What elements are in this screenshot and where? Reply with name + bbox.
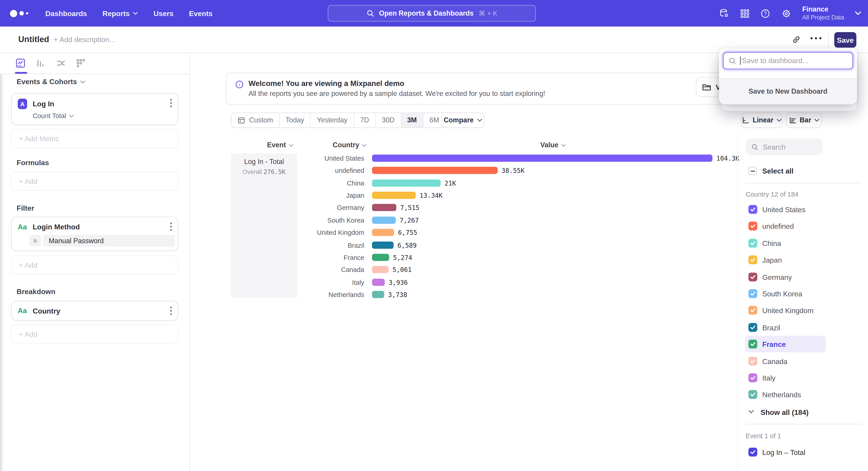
event-legend-checkbox[interactable] (748, 448, 757, 457)
country-legend-label[interactable]: Italy (762, 374, 775, 382)
column-header-value[interactable]: Value (540, 141, 565, 149)
data-management-icon[interactable] (719, 8, 730, 19)
help-icon[interactable]: ? (760, 8, 771, 19)
chevron-down-icon[interactable] (855, 11, 861, 16)
column-header-country[interactable]: Country (333, 141, 366, 149)
report-title[interactable]: Untitled (18, 34, 49, 44)
bar-united-kingdom[interactable] (372, 229, 394, 236)
breakdown-card-country[interactable]: Aa Country (11, 301, 178, 321)
add-breakdown-button[interactable]: + Add (11, 325, 178, 344)
mixpanel-logo-icon[interactable] (10, 10, 33, 17)
bar-japan[interactable] (372, 192, 416, 199)
range-yesterday[interactable]: Yesterday (311, 113, 354, 127)
tab-retention-icon[interactable] (76, 58, 86, 68)
country-legend-label[interactable]: Japan (762, 256, 782, 264)
country-legend-label[interactable]: Brazil (762, 324, 780, 332)
save-button[interactable]: Save (834, 32, 857, 48)
add-description-field[interactable]: + Add description... (54, 35, 115, 44)
save-dashboard-search-input[interactable]: Save to dashboard... (723, 52, 853, 69)
country-checkbox-united-kingdom[interactable] (748, 306, 757, 315)
country-legend-label[interactable]: France (762, 340, 786, 349)
add-filter-button[interactable]: + Add (11, 256, 178, 274)
bar-china[interactable] (372, 179, 441, 187)
tab-funnels-icon[interactable] (35, 58, 45, 68)
country-legend-label[interactable]: Canada (762, 357, 787, 366)
column-header-event[interactable]: Event (252, 141, 308, 149)
apps-grid-icon[interactable] (740, 8, 750, 18)
scale-dropdown[interactable]: Linear (741, 112, 782, 128)
add-metric-button[interactable]: + Add Metric (11, 129, 178, 148)
segment-search-input[interactable]: Search (746, 139, 823, 155)
country-checkbox-france[interactable] (748, 340, 757, 348)
global-search-button[interactable]: Open Reports & Dashboards ⌘ + K (328, 5, 536, 22)
bar-netherlands[interactable] (372, 291, 384, 298)
nav-item-events[interactable]: Events (189, 9, 213, 18)
kebab-menu-icon[interactable] (170, 306, 172, 315)
events-cohorts-header[interactable]: Events & Cohorts (17, 78, 85, 86)
compare-dropdown[interactable]: Compare (441, 112, 485, 128)
country-legend-label[interactable]: Germany (762, 273, 792, 282)
country-legend-label[interactable]: United Kingdom (762, 306, 813, 315)
tab-insights-icon[interactable] (16, 58, 26, 68)
compare-label: Compare (444, 116, 474, 124)
check-icon (750, 358, 755, 364)
event-count-label: Event 1 of 1 (746, 432, 781, 440)
country-checkbox-netherlands[interactable] (748, 390, 757, 399)
add-formula-button[interactable]: + Add (11, 172, 178, 190)
chart-type-dropdown[interactable]: Bar (786, 112, 822, 128)
country-legend-label[interactable]: Netherlands (762, 391, 801, 399)
filter-value-dropdown[interactable]: Manual Password (43, 235, 175, 246)
kebab-menu-icon[interactable] (170, 222, 172, 231)
range-custom[interactable]: Custom (231, 113, 280, 127)
kebab-menu-icon[interactable] (170, 99, 172, 108)
range-3m[interactable]: 3M (401, 113, 423, 127)
country-checkbox-united-states[interactable] (748, 205, 757, 214)
bar-france[interactable] (372, 254, 389, 261)
country-legend-label[interactable]: South Korea (762, 290, 802, 298)
project-switcher[interactable]: Finance All Project Data (802, 5, 844, 21)
country-legend-label[interactable]: United States (762, 206, 805, 214)
country-checkbox-italy[interactable] (748, 374, 757, 382)
bar-south-korea[interactable] (372, 217, 396, 224)
breakdown-property-name[interactable]: Country (33, 307, 60, 315)
bar-united-states[interactable] (372, 154, 712, 162)
save-to-new-dashboard-button[interactable]: Save to New Dashboard (719, 78, 857, 104)
chevron-down-icon[interactable] (748, 410, 754, 413)
country-checkbox-south-korea[interactable] (748, 289, 757, 298)
copy-link-icon[interactable] (792, 35, 801, 45)
nav-item-reports[interactable]: Reports (102, 9, 138, 18)
range-30d[interactable]: 30D (376, 113, 401, 127)
metric-aggregation-dropdown[interactable]: Count Total (33, 112, 73, 120)
country-checkbox-canada[interactable] (748, 357, 757, 365)
event-series-cell[interactable]: Log In - Total Overall 276.5K (231, 153, 297, 298)
settings-gear-icon[interactable] (781, 8, 792, 19)
metric-event-name[interactable]: Log In (33, 100, 54, 108)
range-today[interactable]: Today (280, 113, 311, 127)
country-checkbox-japan[interactable] (748, 256, 757, 264)
country-legend-label[interactable]: China (762, 239, 781, 248)
bar-brazil[interactable] (372, 242, 394, 249)
select-all-label[interactable]: Select all (762, 167, 794, 175)
filter-card-login-method[interactable]: Aa Login Method = Manual Password (11, 217, 178, 251)
nav-item-dashboards[interactable]: Dashboards (45, 9, 87, 18)
range-7d[interactable]: 7D (354, 113, 375, 127)
bar-undefined[interactable] (372, 167, 498, 174)
tab-flows-icon[interactable] (56, 58, 66, 68)
country-checkbox-germany[interactable] (748, 273, 757, 282)
svg-text:i: i (239, 82, 240, 87)
select-all-checkbox[interactable] (748, 167, 757, 175)
country-checkbox-brazil[interactable] (748, 323, 757, 332)
metric-card-log-in[interactable]: A Log In Count Total (11, 93, 178, 125)
nav-item-users[interactable]: Users (153, 9, 174, 18)
bar-italy[interactable] (372, 279, 385, 286)
filter-property-name[interactable]: Login Method (33, 223, 80, 231)
event-legend-label[interactable]: Log In – Total (762, 448, 805, 457)
country-legend-label[interactable]: undefined (762, 222, 794, 231)
country-checkbox-china[interactable] (748, 239, 757, 248)
filter-operator-dropdown[interactable]: = (29, 235, 41, 246)
show-all-button[interactable]: Show all (184) (761, 408, 809, 417)
bar-canada[interactable] (372, 266, 389, 273)
more-options-icon[interactable] (810, 37, 822, 40)
country-checkbox-undefined[interactable] (748, 222, 757, 231)
bar-germany[interactable] (372, 204, 397, 211)
